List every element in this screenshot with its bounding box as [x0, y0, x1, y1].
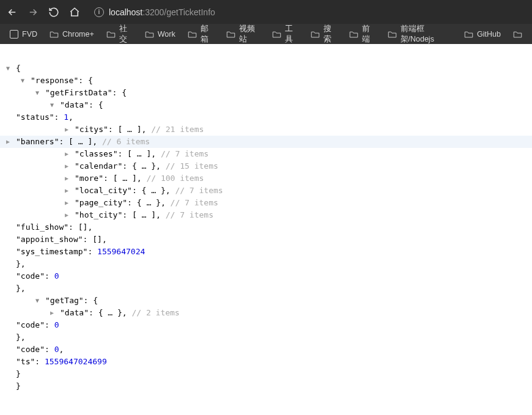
- bookmark-video[interactable]: 视频站: [223, 21, 264, 47]
- toggle-icon[interactable]: [50, 99, 56, 111]
- folder-icon: [311, 31, 320, 38]
- bookmarks-bar: FVD Chrome+ 社交 Work 邮箱 视频站 工具 搜索 前端 前端框架…: [0, 24, 532, 44]
- bookmark-frontend[interactable]: 前端: [345, 21, 379, 47]
- bookmark-label: GitHub: [477, 30, 501, 39]
- bookmark-label: 工具: [285, 24, 298, 45]
- json-line: "getFirstData": {: [6, 87, 526, 99]
- bookmark-fvd[interactable]: FVD: [6, 28, 41, 41]
- json-line: "getTag": {: [6, 295, 526, 307]
- toggle-icon[interactable]: [65, 209, 71, 221]
- folder-icon: [50, 31, 59, 38]
- folder-icon: [513, 31, 522, 38]
- bookmark-chrome[interactable]: Chrome+: [46, 28, 98, 41]
- json-line: "ts": 1559647024699: [6, 356, 526, 368]
- toggle-icon[interactable]: [50, 307, 56, 319]
- square-icon: [10, 30, 18, 39]
- folder-icon: [464, 31, 473, 38]
- json-line: "appoint_show": [],: [6, 233, 526, 246]
- folder-icon: [145, 31, 154, 38]
- toggle-icon[interactable]: [65, 172, 71, 185]
- toggle-icon[interactable]: [35, 295, 42, 307]
- json-line: "code": 0: [6, 270, 526, 282]
- address-bar[interactable]: i localhost:3200/getTicketInfo: [89, 7, 526, 17]
- json-line: "fuli_show": [],: [6, 221, 526, 233]
- toggle-icon[interactable]: [21, 75, 27, 87]
- folder-icon: [272, 31, 281, 38]
- toggle-icon[interactable]: [65, 123, 71, 136]
- json-line: "data": { … }, // 2 items: [6, 307, 526, 319]
- json-line: "citys": [ … ], // 21 items: [6, 123, 526, 136]
- json-line: },: [6, 282, 526, 295]
- bookmark-label: Chrome+: [62, 30, 94, 39]
- bookmark-social[interactable]: 社交: [103, 21, 136, 47]
- json-line: "local_city": { … }, // 7 items: [6, 185, 526, 197]
- toggle-icon[interactable]: [6, 62, 12, 75]
- bookmark-label: 社交: [119, 24, 133, 45]
- bookmark-search[interactable]: 搜索: [307, 21, 341, 47]
- folder-icon: [226, 31, 235, 38]
- folder-icon: [349, 31, 358, 38]
- folder-icon: [388, 31, 397, 38]
- json-line: "more": [ … ], // 100 items: [6, 172, 526, 185]
- json-line: "calendar": { … }, // 15 items: [6, 160, 526, 172]
- json-line: },: [6, 331, 526, 343]
- bookmark-label: 前端: [362, 24, 375, 45]
- json-line: "page_city": { … }, // 7 items: [6, 197, 526, 209]
- folder-icon: [106, 31, 116, 38]
- bookmark-label: 邮箱: [201, 24, 214, 45]
- forward-button[interactable]: [27, 6, 39, 18]
- url-text: localhost:3200/getTicketInfo: [109, 7, 215, 17]
- json-line: "status": 1,: [6, 111, 526, 123]
- bookmark-label: FVD: [22, 30, 37, 39]
- json-line: {: [6, 62, 526, 75]
- bookmark-label: 搜索: [323, 24, 337, 45]
- bookmark-github[interactable]: GitHub: [460, 28, 504, 41]
- back-button[interactable]: [6, 6, 18, 18]
- json-line: "sys_timestamp": 1559647024: [6, 246, 526, 258]
- json-line: "response": {: [6, 75, 526, 87]
- toggle-icon[interactable]: [65, 148, 71, 160]
- json-line: }: [6, 368, 526, 380]
- bookmark-framework-nodejs[interactable]: 前端框架/Nodejs: [384, 21, 456, 47]
- bookmark-mail[interactable]: 邮箱: [184, 21, 218, 47]
- toggle-icon[interactable]: [65, 197, 71, 209]
- toggle-icon[interactable]: [65, 160, 71, 172]
- bookmark-label: Work: [158, 30, 175, 39]
- json-line: }: [6, 380, 526, 392]
- json-line-highlighted: "banners": [ … ], // 6 items: [0, 136, 532, 148]
- bookmark-label: 视频站: [239, 24, 260, 45]
- home-button[interactable]: [68, 6, 81, 18]
- browser-toolbar: i localhost:3200/getTicketInfo: [0, 0, 532, 24]
- bookmark-label: 前端框架/Nodejs: [401, 24, 453, 45]
- reload-button[interactable]: [48, 6, 60, 18]
- site-info-icon[interactable]: i: [94, 7, 104, 17]
- json-line: "data": {: [6, 99, 526, 111]
- toggle-icon[interactable]: [6, 136, 12, 148]
- bookmark-tools[interactable]: 工具: [268, 21, 302, 47]
- toggle-icon[interactable]: [35, 87, 42, 99]
- json-line: },: [6, 258, 526, 270]
- folder-icon: [188, 31, 197, 38]
- json-line: "code": 0,: [6, 343, 526, 356]
- json-line: "code": 0: [6, 319, 526, 331]
- json-viewer: { "response": { "getFirstData": { "data"…: [0, 44, 532, 398]
- bookmark-work[interactable]: Work: [141, 28, 179, 41]
- toggle-icon[interactable]: [65, 185, 71, 197]
- bookmark-overflow[interactable]: [509, 28, 526, 40]
- json-line: "hot_city": [ … ], // 7 items: [6, 209, 526, 221]
- json-line: "classes": [ … ], // 7 items: [6, 148, 526, 160]
